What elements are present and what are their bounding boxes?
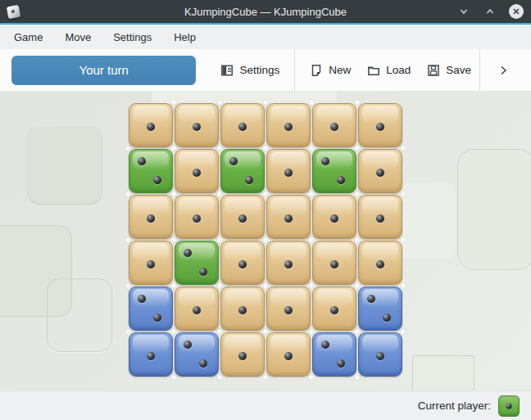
- cube-blue-player[interactable]: [129, 332, 173, 377]
- menu-help[interactable]: Help: [174, 31, 196, 43]
- background-decoration: [400, 183, 456, 259]
- statusbar: Current player:: [0, 391, 531, 420]
- cube-blue-player[interactable]: [129, 287, 173, 331]
- cube-neutral[interactable]: [266, 103, 311, 147]
- turn-indicator-button[interactable]: Your turn: [11, 56, 196, 85]
- cube-blue-player[interactable]: [175, 332, 219, 377]
- cube-green-player[interactable]: [129, 149, 173, 193]
- cube-neutral[interactable]: [266, 332, 311, 377]
- cube-neutral[interactable]: [312, 103, 356, 147]
- die-dot: [330, 306, 338, 314]
- cube-neutral[interactable]: [358, 103, 402, 147]
- current-player-cube: [498, 395, 520, 417]
- cube-neutral[interactable]: [220, 332, 265, 377]
- board-corner-nub: [263, 283, 268, 288]
- settings-button[interactable]: Settings: [212, 64, 288, 77]
- die-dot: [376, 215, 384, 223]
- board-corner-nub: [217, 237, 222, 242]
- board-corner-nub: [171, 100, 176, 105]
- board-corner-nub: [125, 329, 130, 334]
- game-area: [0, 92, 531, 391]
- board-corner-nub: [355, 192, 360, 196]
- board-corner-nub: [217, 329, 222, 334]
- background-decoration: [27, 126, 103, 205]
- cube-neutral[interactable]: [129, 241, 173, 285]
- cube-neutral[interactable]: [358, 195, 402, 239]
- new-button[interactable]: New: [302, 64, 359, 77]
- die-dot: [245, 176, 253, 184]
- die-dot: [337, 359, 345, 368]
- board-corner-nub: [401, 283, 406, 288]
- die-dot: [147, 123, 155, 131]
- die-dot: [321, 341, 329, 349]
- board-corner-nub: [355, 100, 360, 105]
- maximize-button[interactable]: [483, 4, 497, 19]
- settings-icon: [220, 64, 234, 77]
- menu-settings[interactable]: Settings: [113, 31, 152, 43]
- cube-neutral[interactable]: [266, 149, 311, 193]
- board-corner-nub: [309, 283, 314, 288]
- board-corner-nub: [217, 375, 222, 380]
- board-corner-nub: [263, 237, 268, 242]
- close-icon: [509, 4, 524, 19]
- board-corner-nub: [217, 146, 222, 151]
- die-dot: [229, 157, 238, 165]
- board-corner-nub: [309, 375, 314, 380]
- cube-neutral[interactable]: [175, 287, 219, 331]
- cube-neutral[interactable]: [266, 287, 311, 331]
- cube-green-player[interactable]: [220, 149, 265, 193]
- load-button[interactable]: Load: [359, 64, 419, 77]
- cube-neutral[interactable]: [175, 103, 219, 147]
- minimize-button[interactable]: [456, 4, 471, 19]
- cube-neutral[interactable]: [175, 149, 219, 193]
- cube-neutral[interactable]: [358, 149, 402, 193]
- cube-neutral[interactable]: [312, 287, 356, 331]
- cube-blue-player[interactable]: [358, 332, 402, 377]
- cube-green-player[interactable]: [312, 149, 356, 193]
- die-dot: [147, 215, 155, 223]
- cube-neutral[interactable]: [312, 195, 356, 239]
- board-corner-nub: [125, 146, 130, 151]
- cube-neutral[interactable]: [129, 103, 173, 147]
- cube-blue-player[interactable]: [312, 332, 356, 377]
- board-corner-nub: [309, 237, 314, 242]
- cube-neutral[interactable]: [129, 195, 173, 239]
- die-dot: [184, 341, 192, 349]
- cube-green-player[interactable]: [175, 241, 219, 285]
- background-decoration: [47, 278, 112, 352]
- menu-game[interactable]: Game: [14, 31, 43, 43]
- save-button[interactable]: Save: [419, 64, 479, 77]
- die-dot: [238, 352, 247, 360]
- board-corner-nub: [125, 192, 130, 196]
- board-corner-nub: [309, 329, 314, 334]
- chevron-right-icon: [497, 64, 510, 77]
- die-dot: [383, 314, 391, 322]
- settings-label: Settings: [239, 64, 279, 76]
- cube-neutral[interactable]: [220, 195, 265, 239]
- app-icon: [7, 4, 20, 18]
- menu-move[interactable]: Move: [65, 31, 91, 43]
- cube-neutral[interactable]: [175, 195, 219, 239]
- die-dot: [330, 215, 338, 223]
- cube-neutral[interactable]: [312, 241, 356, 285]
- board-corner-nub: [309, 100, 314, 105]
- board-corner-nub: [125, 237, 130, 242]
- cube-neutral[interactable]: [220, 241, 265, 285]
- cube-neutral[interactable]: [358, 241, 402, 285]
- chevron-up-icon: [484, 6, 496, 17]
- board-corner-nub: [125, 283, 130, 288]
- cube-neutral[interactable]: [220, 287, 265, 331]
- cube-blue-player[interactable]: [358, 287, 402, 331]
- die-dot: [193, 306, 201, 314]
- toolbar-overflow-button[interactable]: [487, 64, 520, 77]
- die-dot: [193, 169, 201, 177]
- background-decoration: [412, 355, 474, 391]
- window-title: KJumpingCube — KJumpingCube: [0, 6, 531, 18]
- cube-neutral[interactable]: [266, 241, 311, 285]
- board-corner-nub: [171, 283, 176, 288]
- close-button[interactable]: [509, 4, 524, 19]
- cube-neutral[interactable]: [266, 195, 311, 239]
- cube-neutral[interactable]: [220, 103, 265, 147]
- current-player-label: Current player:: [418, 400, 491, 412]
- new-document-icon: [310, 64, 323, 77]
